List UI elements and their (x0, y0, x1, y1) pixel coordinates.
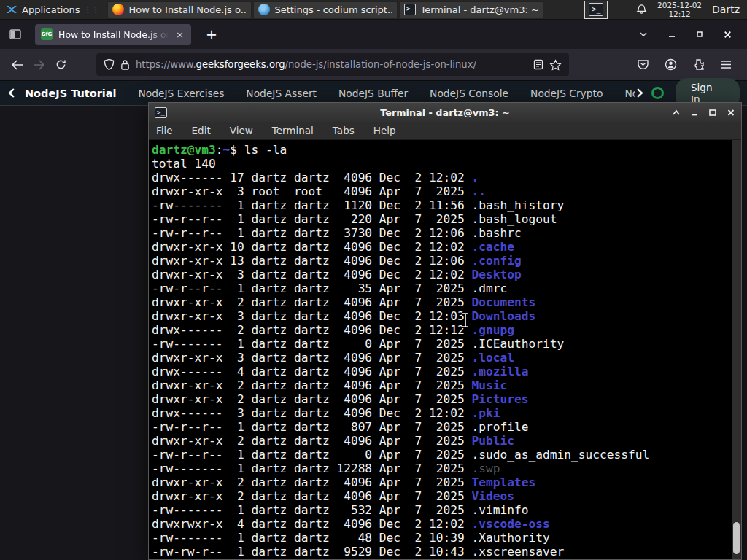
url-domain: geeksforgeeks.org (196, 59, 285, 70)
desktop-panel: Applications ⋮⋮ How to Install Node.js o… (0, 0, 747, 20)
lock-icon[interactable] (120, 59, 130, 71)
applications-menu[interactable]: Applications ⋮⋮ (0, 0, 107, 19)
shade-window-icon[interactable] (672, 109, 681, 117)
prompt-colon: : (216, 143, 223, 157)
terminal-output-line: drwx------ 17 dartz dartz 4096 Dec 2 12:… (152, 171, 731, 184)
account-icon[interactable] (665, 58, 677, 71)
menu-hamburger-icon[interactable] (720, 59, 732, 70)
list-all-tabs-chevron-icon[interactable] (638, 29, 649, 39)
terminal-output-line: -rw-r--r-- 1 dartz dartz 3730 Dec 2 12:0… (152, 226, 731, 240)
terminal-output-line: drwxr-xr-x 3 root root 4096 Apr 7 2025 .… (152, 184, 731, 198)
url-text[interactable]: https://www.geeksforgeeks.org/node-js/in… (136, 59, 527, 70)
terminal-scrollbar[interactable] (732, 140, 741, 559)
new-tab-button[interactable]: + (200, 26, 223, 42)
terminal-titlebar[interactable]: >_ Terminal - dartz@vm3: ~ (149, 103, 741, 122)
menu-edit[interactable]: Edit (192, 125, 211, 136)
notification-bell-icon[interactable] (636, 4, 647, 15)
subnav-item[interactable]: NodeJS Crypto (530, 88, 603, 99)
window-minimize-icon[interactable] (667, 30, 676, 39)
geeksforgeeks-favicon-icon: GfG (41, 28, 53, 40)
browser-tab-bar: GfG How to Install Node.js on × + (0, 20, 747, 49)
menu-tabs[interactable]: Tabs (333, 125, 355, 136)
close-window-icon[interactable] (727, 109, 735, 117)
codium-icon (258, 4, 270, 15)
firefox-icon (112, 4, 124, 15)
terminal-output[interactable]: dartz@vm3:~$ ls -la total 140 drwx------… (150, 140, 731, 559)
menu-view[interactable]: View (230, 125, 253, 136)
panel-clock[interactable]: 2025-12-02 12:12 (657, 1, 702, 18)
terminal-window: >_ Terminal - dartz@vm3: ~ File Edit Vie… (148, 102, 742, 560)
terminal-output-line: drwx------ 3 dartz dartz 4096 Dec 2 12:0… (152, 406, 731, 420)
terminal-output-line: drwxr-xr-x 2 dartz dartz 4096 Apr 7 2025… (152, 434, 731, 448)
subnav-item[interactable]: NodeJS Assert (246, 88, 317, 99)
terminal-output-line: -rw-r--r-- 1 dartz dartz 220 Apr 7 2025 … (152, 212, 731, 226)
terminal-output-line: drwxr-xr-x 3 dartz dartz 4096 Dec 2 12:0… (152, 268, 731, 281)
terminal-output-line: -rw-r--r-- 1 dartz dartz 35 Apr 7 2025 .… (152, 281, 731, 295)
url-path: /node-js/installation-of-node-js-on-linu… (285, 59, 476, 70)
terminal-output-line: -rw------- 1 dartz dartz 532 Apr 7 2025 … (152, 503, 731, 517)
menu-terminal[interactable]: Terminal (272, 125, 314, 136)
taskbar-window-firefox[interactable]: How to Install Node.js o... (107, 1, 252, 18)
terminal-output-line: drwxr-xr-x 2 dartz dartz 4096 Apr 7 2025… (152, 295, 731, 309)
prompt-user-host: dartz@vm3 (152, 143, 216, 157)
terminal-output-line: drwxr-xr-x 3 dartz dartz 4096 Apr 7 2025… (152, 351, 731, 365)
subnav-item[interactable]: NodeJS Buffer (338, 88, 408, 99)
terminal-output-line: -rw------- 1 dartz dartz 1120 Dec 2 11:5… (152, 198, 731, 212)
terminal-output-line: drwxr-xr-x 2 dartz dartz 4096 Apr 7 2025… (152, 475, 731, 489)
taskbar-window-title: How to Install Node.js o... (128, 4, 247, 15)
terminal-output-line: drwxr-xr-x 2 dartz dartz 4096 Apr 7 2025… (152, 378, 731, 392)
scrollbar-thumb[interactable] (733, 522, 740, 554)
tab-active[interactable]: GfG How to Install Node.js on × (35, 24, 191, 45)
panel-username[interactable]: Dartz (712, 4, 740, 15)
nav-scroll-left-icon[interactable] (7, 88, 16, 98)
minimize-window-icon[interactable] (690, 109, 699, 117)
taskbar-window-codium-settings[interactable]: Settings - codium script... (253, 1, 398, 18)
subnav-item[interactable]: NodeJS Exercises (139, 88, 225, 99)
menu-help[interactable]: Help (374, 125, 396, 136)
reload-button[interactable] (50, 54, 71, 76)
reader-mode-icon[interactable] (533, 59, 543, 70)
terminal-output-line: drwxr-xr-x 10 dartz dartz 4096 Dec 2 12:… (152, 240, 731, 254)
terminal-prompt-line: dartz@vm3:~$ ls -la (152, 143, 731, 157)
terminal-listing: drwx------ 17 dartz dartz 4096 Dec 2 12:… (152, 171, 731, 559)
tab-close-icon[interactable]: × (174, 29, 185, 40)
prompt-dollar: $ (230, 143, 237, 157)
subnav-item[interactable]: NodeJS Tutorial (25, 88, 117, 99)
terminal-output-line: drwx------ 2 dartz dartz 4096 Dec 2 12:1… (152, 323, 731, 337)
terminal-output-line: drwxr-xr-x 2 dartz dartz 4096 Apr 7 2025… (152, 392, 731, 406)
prompt-command: ls -la (237, 143, 287, 157)
terminal-output-line: drwxrwxr-x 4 dartz dartz 4096 Dec 2 12:0… (152, 517, 731, 531)
window-close-icon[interactable] (723, 30, 732, 39)
taskbar-window-title: Settings - codium script... (274, 4, 392, 15)
terminal-output-line: -rw------- 1 dartz dartz 0 Apr 7 2025 .I… (152, 337, 731, 351)
terminal-launcher[interactable]: >_ (584, 1, 608, 19)
subnav-items: NodeJS TutorialNodeJS ExercisesNodeJS As… (25, 88, 635, 99)
terminal-output-line: -rw------- 1 dartz dartz 48 Dec 2 10:39 … (152, 531, 731, 545)
terminal-output-line: -rw-r--r-- 1 dartz dartz 807 Apr 7 2025 … (152, 420, 731, 434)
gfg-logo-icon[interactable] (651, 87, 664, 99)
firefox-view-icon[interactable] (6, 25, 25, 44)
nav-scroll-right-icon[interactable] (635, 88, 644, 98)
terminal-icon: >_ (589, 3, 603, 16)
clock-date: 2025-12-02 (657, 1, 702, 9)
bookmark-star-icon[interactable] (549, 59, 562, 71)
extensions-puzzle-icon[interactable] (692, 58, 705, 71)
back-button[interactable] (6, 54, 28, 76)
taskbar-window-terminal[interactable]: >_ Terminal - dartz@vm3: ~ (399, 1, 543, 18)
menu-file[interactable]: File (156, 125, 173, 136)
subnav-item[interactable]: NodeJS DNS (624, 88, 635, 99)
forward-button[interactable] (28, 54, 50, 76)
url-bar[interactable]: https://www.geeksforgeeks.org/node-js/in… (96, 53, 569, 76)
window-maximize-icon[interactable] (695, 30, 704, 39)
tracking-shield-icon[interactable] (104, 58, 115, 71)
terminal-output-line: drwxr-xr-x 2 dartz dartz 4096 Apr 7 2025… (152, 489, 731, 503)
panel-grip: ⋮⋮ (84, 6, 100, 14)
text-cursor-icon (461, 312, 470, 328)
pocket-save-icon[interactable] (637, 58, 649, 71)
maximize-window-icon[interactable] (708, 109, 717, 117)
subnav-item[interactable]: NodeJS Console (430, 88, 508, 99)
terminal-title: Terminal - dartz@vm3: ~ (149, 107, 741, 118)
terminal-total-line: total 140 (152, 157, 731, 171)
terminal-menubar: File Edit View Terminal Tabs Help (149, 122, 741, 140)
terminal-output-line: drwxr-xr-x 13 dartz dartz 4096 Dec 2 12:… (152, 254, 731, 268)
